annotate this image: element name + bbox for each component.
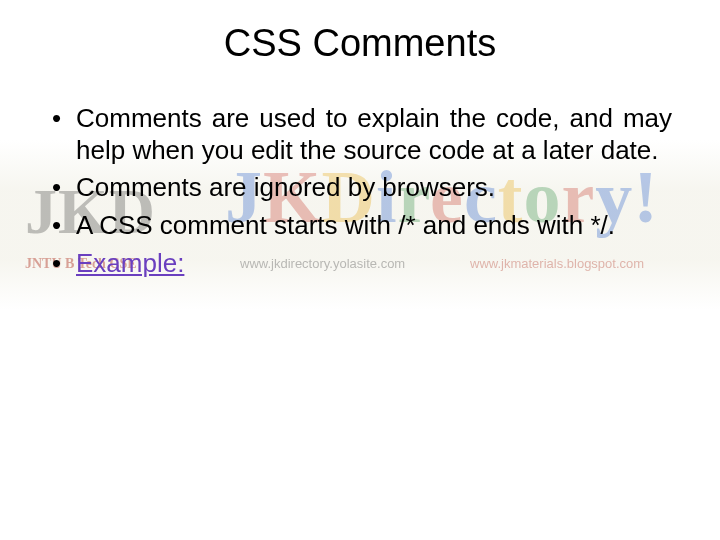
bullet-item: Comments are used to explain the code, a… xyxy=(48,103,672,166)
bullet-item: A CSS comment starts with /* and ends wi… xyxy=(48,210,672,242)
example-link[interactable]: Example: xyxy=(76,248,184,278)
slide-title: CSS Comments xyxy=(0,22,720,65)
bullet-item: Example: xyxy=(48,248,672,280)
bullet-item: Comments are ignored by browsers. xyxy=(48,172,672,204)
bullet-list: Comments are used to explain the code, a… xyxy=(48,103,672,280)
